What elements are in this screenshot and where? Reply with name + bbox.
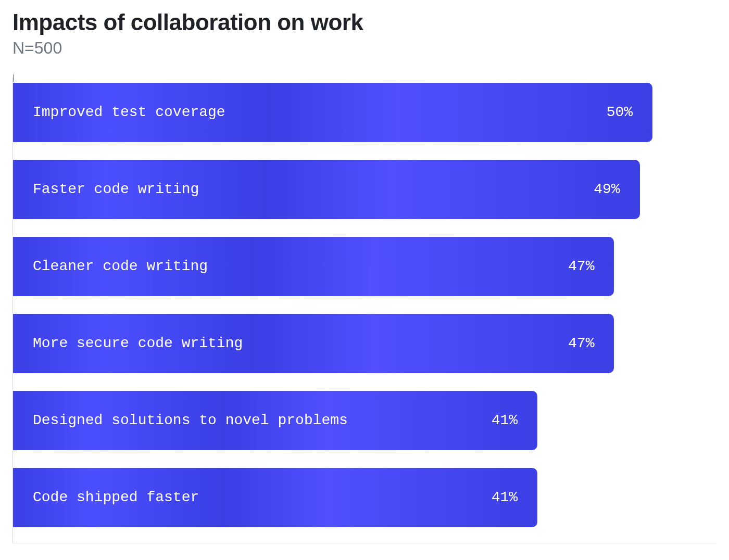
bar-value: 47% — [568, 258, 594, 274]
bar-value: 49% — [594, 181, 620, 197]
bar-label: Faster code writing — [33, 181, 199, 197]
bar-row: Improved test coverage50% — [13, 83, 717, 142]
chart-container: Impacts of collaboration on work N=500 I… — [0, 0, 729, 556]
bar-row: Code shipped faster41% — [13, 468, 717, 527]
chart-title: Impacts of collaboration on work — [12, 9, 717, 36]
bar: Improved test coverage50% — [13, 83, 652, 142]
bar-value: 41% — [492, 412, 518, 428]
axis-tick — [13, 74, 14, 82]
bar-row: Faster code writing49% — [13, 160, 717, 219]
bar-value: 47% — [568, 335, 594, 351]
bar: Cleaner code writing47% — [13, 237, 614, 296]
bar-label: Cleaner code writing — [33, 258, 208, 274]
bar-label: More secure code writing — [33, 335, 243, 351]
bar: Faster code writing49% — [13, 160, 640, 219]
bar: Code shipped faster41% — [13, 468, 537, 527]
bar-label: Code shipped faster — [33, 489, 199, 505]
bar-value: 50% — [607, 104, 633, 120]
chart-subtitle: N=500 — [12, 38, 717, 58]
bar-label: Designed solutions to novel problems — [33, 412, 348, 428]
bar-row: Cleaner code writing47% — [13, 237, 717, 296]
bar-row: Designed solutions to novel problems41% — [13, 391, 717, 450]
bar-label: Improved test coverage — [33, 104, 225, 120]
bar: Designed solutions to novel problems41% — [13, 391, 537, 450]
bar-row: More secure code writing47% — [13, 314, 717, 373]
bar: More secure code writing47% — [13, 314, 614, 373]
bar-chart: Improved test coverage50%Faster code wri… — [12, 78, 717, 543]
bar-value: 41% — [492, 489, 518, 505]
